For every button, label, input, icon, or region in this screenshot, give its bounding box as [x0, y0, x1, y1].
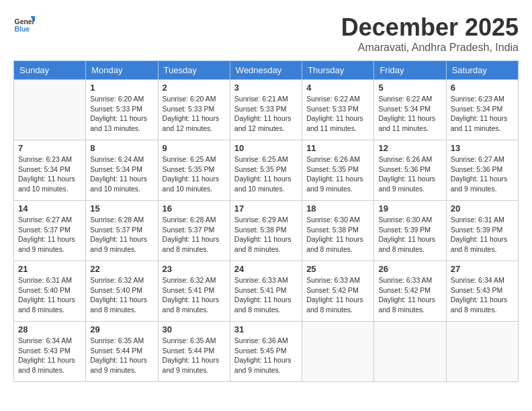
calendar-cell: 13Sunrise: 6:27 AM Sunset: 5:36 PM Dayli… [446, 140, 518, 201]
day-info: Sunrise: 6:26 AM Sunset: 5:35 PM Dayligh… [306, 154, 369, 194]
day-number: 22 [90, 264, 153, 274]
day-info: Sunrise: 6:22 AM Sunset: 5:34 PM Dayligh… [378, 94, 441, 134]
day-number: 6 [451, 83, 514, 93]
day-info: Sunrise: 6:21 AM Sunset: 5:33 PM Dayligh… [234, 94, 298, 134]
calendar-cell: 15Sunrise: 6:28 AM Sunset: 5:37 PM Dayli… [86, 201, 158, 261]
day-number: 2 [163, 83, 226, 93]
day-info: Sunrise: 6:35 AM Sunset: 5:44 PM Dayligh… [90, 336, 153, 375]
day-number: 20 [451, 203, 514, 214]
day-info: Sunrise: 6:35 AM Sunset: 5:44 PM Dayligh… [163, 336, 226, 375]
calendar-week-row: 1Sunrise: 6:20 AM Sunset: 5:33 PM Daylig… [14, 80, 519, 140]
day-number: 25 [306, 264, 369, 274]
calendar-cell: 6Sunrise: 6:23 AM Sunset: 5:34 PM Daylig… [446, 80, 518, 140]
calendar-cell: 22Sunrise: 6:32 AM Sunset: 5:40 PM Dayli… [86, 261, 158, 322]
calendar-cell: 31Sunrise: 6:36 AM Sunset: 5:45 PM Dayli… [230, 322, 302, 382]
day-info: Sunrise: 6:30 AM Sunset: 5:38 PM Dayligh… [306, 215, 369, 255]
day-number: 23 [163, 264, 226, 274]
calendar-cell: 9Sunrise: 6:25 AM Sunset: 5:35 PM Daylig… [158, 140, 230, 201]
calendar-cell: 29Sunrise: 6:35 AM Sunset: 5:44 PM Dayli… [86, 322, 158, 382]
day-number: 27 [451, 264, 514, 274]
day-info: Sunrise: 6:23 AM Sunset: 5:34 PM Dayligh… [451, 94, 514, 134]
calendar-cell: 8Sunrise: 6:24 AM Sunset: 5:34 PM Daylig… [86, 140, 158, 201]
weekday-header: Monday [86, 61, 158, 80]
calendar-cell: 23Sunrise: 6:32 AM Sunset: 5:41 PM Dayli… [158, 261, 230, 322]
calendar-table: SundayMondayTuesdayWednesdayThursdayFrid… [13, 60, 519, 382]
calendar-cell: 30Sunrise: 6:35 AM Sunset: 5:44 PM Dayli… [158, 322, 230, 382]
day-number: 7 [18, 143, 81, 153]
day-number: 11 [306, 143, 369, 153]
calendar-cell: 3Sunrise: 6:21 AM Sunset: 5:33 PM Daylig… [230, 80, 302, 140]
day-number: 24 [234, 264, 298, 274]
calendar-cell: 1Sunrise: 6:20 AM Sunset: 5:33 PM Daylig… [86, 80, 158, 140]
calendar-week-row: 14Sunrise: 6:27 AM Sunset: 5:37 PM Dayli… [14, 201, 519, 261]
calendar-week-row: 21Sunrise: 6:31 AM Sunset: 5:40 PM Dayli… [14, 261, 519, 322]
day-number: 8 [90, 143, 153, 153]
day-number: 29 [90, 324, 153, 334]
calendar-cell: 18Sunrise: 6:30 AM Sunset: 5:38 PM Dayli… [302, 201, 374, 261]
logo-icon: General Blue [13, 13, 35, 35]
day-info: Sunrise: 6:28 AM Sunset: 5:37 PM Dayligh… [90, 215, 153, 255]
calendar-cell: 16Sunrise: 6:28 AM Sunset: 5:37 PM Dayli… [158, 201, 230, 261]
calendar-cell: 28Sunrise: 6:34 AM Sunset: 5:43 PM Dayli… [14, 322, 86, 382]
weekday-header: Wednesday [230, 61, 302, 80]
day-info: Sunrise: 6:24 AM Sunset: 5:34 PM Dayligh… [90, 154, 153, 194]
day-number: 1 [90, 83, 153, 93]
calendar-cell: 19Sunrise: 6:30 AM Sunset: 5:39 PM Dayli… [374, 201, 446, 261]
day-number: 28 [18, 324, 81, 334]
calendar-cell [374, 322, 446, 382]
location: Amaravati, Andhra Pradesh, India [341, 42, 519, 54]
calendar-week-row: 7Sunrise: 6:23 AM Sunset: 5:34 PM Daylig… [14, 140, 519, 201]
day-number: 21 [18, 264, 81, 274]
day-number: 17 [234, 203, 298, 214]
calendar-cell: 2Sunrise: 6:20 AM Sunset: 5:33 PM Daylig… [158, 80, 230, 140]
day-number: 19 [378, 203, 441, 214]
day-info: Sunrise: 6:23 AM Sunset: 5:34 PM Dayligh… [18, 154, 81, 194]
day-info: Sunrise: 6:20 AM Sunset: 5:33 PM Dayligh… [163, 94, 226, 134]
day-number: 30 [163, 324, 226, 334]
day-info: Sunrise: 6:31 AM Sunset: 5:39 PM Dayligh… [451, 215, 514, 255]
calendar-cell: 12Sunrise: 6:26 AM Sunset: 5:36 PM Dayli… [374, 140, 446, 201]
calendar-cell [446, 322, 518, 382]
calendar-cell: 11Sunrise: 6:26 AM Sunset: 5:35 PM Dayli… [302, 140, 374, 201]
calendar-cell: 14Sunrise: 6:27 AM Sunset: 5:37 PM Dayli… [14, 201, 86, 261]
calendar-cell: 20Sunrise: 6:31 AM Sunset: 5:39 PM Dayli… [446, 201, 518, 261]
day-info: Sunrise: 6:26 AM Sunset: 5:36 PM Dayligh… [378, 154, 441, 194]
calendar-cell: 24Sunrise: 6:33 AM Sunset: 5:41 PM Dayli… [230, 261, 302, 322]
day-info: Sunrise: 6:33 AM Sunset: 5:42 PM Dayligh… [378, 275, 441, 315]
day-number: 13 [451, 143, 514, 153]
logo: General Blue [13, 13, 35, 35]
day-number: 18 [306, 203, 369, 214]
day-info: Sunrise: 6:33 AM Sunset: 5:41 PM Dayligh… [234, 275, 298, 315]
calendar-week-row: 28Sunrise: 6:34 AM Sunset: 5:43 PM Dayli… [14, 322, 519, 382]
month-title: December 2025 [341, 13, 519, 42]
day-info: Sunrise: 6:29 AM Sunset: 5:38 PM Dayligh… [234, 215, 298, 255]
calendar-cell: 27Sunrise: 6:34 AM Sunset: 5:43 PM Dayli… [446, 261, 518, 322]
calendar-cell [14, 80, 86, 140]
title-section: December 2025 Amaravati, Andhra Pradesh,… [341, 13, 519, 54]
calendar-cell: 10Sunrise: 6:25 AM Sunset: 5:35 PM Dayli… [230, 140, 302, 201]
svg-text:Blue: Blue [15, 26, 30, 33]
day-info: Sunrise: 6:28 AM Sunset: 5:37 PM Dayligh… [163, 215, 226, 255]
calendar-cell: 17Sunrise: 6:29 AM Sunset: 5:38 PM Dayli… [230, 201, 302, 261]
day-info: Sunrise: 6:20 AM Sunset: 5:33 PM Dayligh… [90, 94, 153, 134]
day-info: Sunrise: 6:31 AM Sunset: 5:40 PM Dayligh… [18, 275, 81, 315]
calendar-cell: 21Sunrise: 6:31 AM Sunset: 5:40 PM Dayli… [14, 261, 86, 322]
weekday-header: Friday [374, 61, 446, 80]
day-info: Sunrise: 6:34 AM Sunset: 5:43 PM Dayligh… [18, 336, 81, 375]
day-number: 9 [163, 143, 226, 153]
svg-text:General: General [15, 18, 35, 26]
weekday-header: Thursday [302, 61, 374, 80]
day-number: 26 [378, 264, 441, 274]
day-info: Sunrise: 6:27 AM Sunset: 5:36 PM Dayligh… [451, 154, 514, 194]
page-header: General Blue December 2025 Amaravati, An… [13, 13, 519, 54]
day-number: 3 [234, 83, 298, 93]
day-info: Sunrise: 6:32 AM Sunset: 5:40 PM Dayligh… [90, 275, 153, 315]
day-number: 10 [234, 143, 298, 153]
day-info: Sunrise: 6:25 AM Sunset: 5:35 PM Dayligh… [234, 154, 298, 194]
weekday-header: Sunday [14, 61, 86, 80]
calendar-cell: 4Sunrise: 6:22 AM Sunset: 5:33 PM Daylig… [302, 80, 374, 140]
calendar-cell: 5Sunrise: 6:22 AM Sunset: 5:34 PM Daylig… [374, 80, 446, 140]
day-info: Sunrise: 6:25 AM Sunset: 5:35 PM Dayligh… [163, 154, 226, 194]
calendar-cell [302, 322, 374, 382]
day-number: 4 [306, 83, 369, 93]
